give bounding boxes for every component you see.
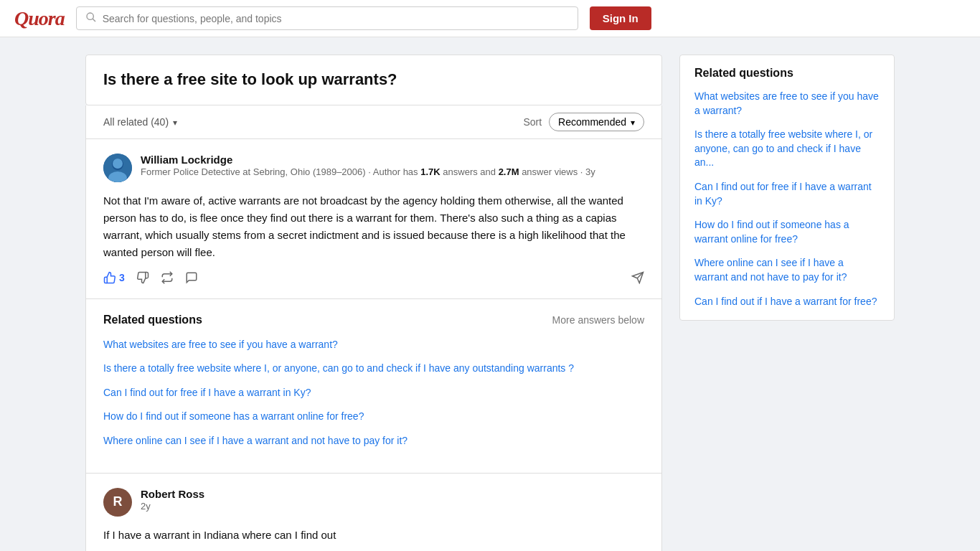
author-name-2[interactable]: Robert Ross: [141, 488, 644, 500]
recommended-label: Recommended: [558, 116, 626, 128]
answer-text-1: Not that I'm aware of, active warrants a…: [103, 192, 644, 261]
bio-end: answer views · 3y: [519, 166, 595, 177]
related-link-1[interactable]: What websites are free to see if you hav…: [103, 338, 644, 352]
sidebar-link-6[interactable]: Can I find out if I have a warrant for f…: [694, 295, 880, 309]
search-icon: [85, 11, 97, 25]
sidebar-link-1[interactable]: What websites are free to see if you hav…: [694, 90, 880, 118]
quora-logo[interactable]: Quora: [14, 7, 65, 30]
recommended-chevron-icon: [631, 116, 635, 128]
sign-in-button[interactable]: Sign In: [590, 6, 651, 30]
author-name-1[interactable]: William Lockridge: [141, 154, 644, 166]
sidebar-link-2[interactable]: Is there a totally free website where I,…: [694, 128, 880, 170]
sort-bar: All related (40) Sort Recommended: [85, 105, 662, 139]
svg-line-1: [93, 19, 95, 22]
views-count: 2.7M: [499, 166, 519, 177]
related-link-4[interactable]: How do I find out if someone has a warra…: [103, 410, 644, 424]
sidebar-card: Related questions What websites are free…: [679, 55, 895, 321]
comment-button[interactable]: [185, 271, 198, 284]
bio-mid: answers and: [440, 166, 499, 177]
search-bar: [76, 6, 578, 30]
chevron-down-icon[interactable]: [173, 116, 177, 128]
sort-label: Sort: [523, 116, 542, 128]
header: Quora Sign In: [0, 0, 980, 37]
question-title: Is there a free site to look up warrants…: [103, 70, 644, 90]
more-answers-label: More answers below: [552, 314, 644, 326]
search-input[interactable]: [103, 13, 569, 24]
avatar-william: [103, 154, 132, 182]
bio-prefix: Former Police Detective at Sebring, Ohio…: [141, 166, 420, 177]
related-inline-title: Related questions: [103, 314, 202, 326]
downvote-button[interactable]: [136, 271, 149, 284]
related-link-2[interactable]: Is there a totally free website where I,…: [103, 362, 644, 376]
question-card: Is there a free site to look up warrants…: [85, 55, 662, 105]
more-options-button[interactable]: [631, 271, 644, 284]
avatar-robert: R: [103, 488, 132, 517]
author-info-1: William Lockridge Former Police Detectiv…: [141, 154, 644, 179]
content-area: Is there a free site to look up warrants…: [85, 55, 662, 551]
author-info-2: Robert Ross 2y: [141, 488, 644, 513]
answer-card-1: William Lockridge Former Police Detectiv…: [85, 139, 662, 299]
all-related[interactable]: All related (40): [103, 116, 177, 128]
author-row-2: R Robert Ross 2y: [103, 488, 644, 517]
answer-text-2: If I have a warrant in Indiana where can…: [103, 527, 644, 544]
related-link-5[interactable]: Where online can I see if I have a warra…: [103, 434, 644, 448]
sidebar: Related questions What websites are free…: [679, 55, 895, 321]
all-related-label: All related (40): [103, 116, 169, 128]
action-bar-1: 3: [103, 271, 644, 284]
share-button[interactable]: [161, 271, 174, 284]
related-inline-card: Related questions More answers below Wha…: [85, 299, 662, 474]
related-link-3[interactable]: Can I find out for free if I have a warr…: [103, 386, 644, 400]
related-inline-header: Related questions More answers below: [103, 314, 644, 326]
sort-right: Sort Recommended: [523, 113, 644, 131]
answer-card-2: R Robert Ross 2y If I have a warrant in …: [85, 474, 662, 551]
upvote-count: 3: [119, 272, 125, 283]
upvote-button[interactable]: 3: [103, 271, 125, 284]
svg-point-0: [87, 13, 93, 19]
main-container: Is there a free site to look up warrants…: [74, 37, 906, 551]
recommended-dropdown[interactable]: Recommended: [549, 113, 644, 131]
author-row-1: William Lockridge Former Police Detectiv…: [103, 154, 644, 182]
answers-count: 1.7K: [420, 166, 440, 177]
sidebar-title: Related questions: [694, 67, 880, 80]
sidebar-link-4[interactable]: How do I find out if someone has a warra…: [694, 218, 880, 246]
svg-point-5: [113, 159, 123, 169]
sidebar-link-5[interactable]: Where online can I see if I have a warra…: [694, 256, 880, 284]
author-bio-2: 2y: [141, 500, 644, 513]
sidebar-link-3[interactable]: Can I find out for free if I have a warr…: [694, 180, 880, 208]
author-bio-1: Former Police Detective at Sebring, Ohio…: [141, 166, 644, 179]
